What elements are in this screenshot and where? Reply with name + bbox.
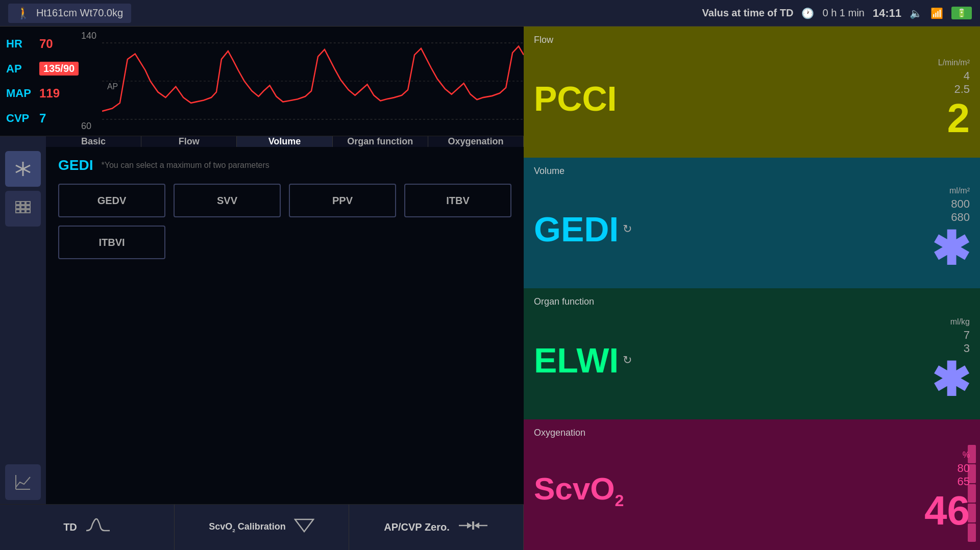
volume-name-row: GEDI ↻ — [534, 212, 632, 246]
map-item: MAP 119 — [6, 86, 73, 101]
patient-info-box: 🚶 Ht161cm Wt70.0kg — [8, 4, 131, 23]
bottom-bar: TD ScvO2 Calibration — [0, 504, 524, 550]
header: 🚶 Ht161cm Wt70.0kg Valus at time of TD 🕐… — [0, 0, 980, 27]
hr-label: HR — [6, 37, 34, 51]
scvo2-calibration-button[interactable]: ScvO2 Calibration — [175, 505, 349, 550]
sidebar-top-spacer — [0, 136, 46, 147]
waveform-y-60: 60 — [81, 121, 100, 132]
speaker-icon: 🔈 — [910, 7, 922, 19]
apcvp-zero-button[interactable]: AP/CVP Zero. — [349, 505, 524, 550]
flow-right: L/min/m² 4 2.5 2 — [938, 58, 970, 139]
scvo2-icon — [294, 517, 314, 537]
td-button[interactable]: TD — [0, 505, 175, 550]
param-btn-ppv[interactable]: PPV — [289, 184, 396, 217]
sidebar — [0, 147, 46, 504]
metric-card-flow: Flow PCCI L/min/m² 4 2.5 2 — [524, 27, 980, 158]
clock-icon: 🕐 — [801, 7, 814, 19]
vitals-row: HR 70 AP 135/90 MAP 119 CVP 7 140 — [0, 27, 524, 136]
td-icon — [85, 516, 111, 538]
asterisk-icon — [14, 160, 32, 178]
scvo2-label: ScvO2 Calibration — [209, 521, 286, 533]
gedi-hint: *You can select a maximum of two paramet… — [101, 161, 269, 170]
volume-refresh-icon: ↻ — [623, 222, 632, 236]
sidebar-icon-asterisk[interactable] — [5, 151, 41, 187]
oxygenation-name-row: ScvO2 — [534, 473, 624, 509]
tab-bar: Basic Flow Volume Organ function Oxygena… — [46, 136, 524, 147]
td-label: TD — [63, 521, 77, 533]
svg-rect-12 — [26, 206, 30, 209]
tab-oxygenation[interactable]: Oxygenation — [428, 136, 524, 147]
cvp-value: 7 — [39, 111, 46, 126]
volume-main-row: GEDI ↻ ml/m² 800 680 ✱ — [534, 179, 970, 281]
oxygenation-name: ScvO2 — [534, 473, 624, 509]
svg-marker-20 — [467, 522, 472, 529]
svg-rect-13 — [16, 210, 20, 213]
svg-rect-7 — [16, 202, 20, 205]
tabs-container: Basic Flow Volume Organ function Oxygena… — [0, 136, 524, 147]
svg-rect-15 — [26, 210, 30, 213]
td-waveform-icon — [85, 516, 111, 535]
svg-rect-9 — [26, 202, 30, 205]
bar-indicator — [968, 445, 976, 542]
apcvp-label: AP/CVP Zero. — [384, 521, 450, 533]
flow-unit: L/min/m² — [938, 58, 970, 67]
flow-value: 2 — [947, 98, 970, 139]
bar-seg-1 — [968, 445, 976, 464]
tab-flow[interactable]: Flow — [141, 136, 237, 147]
oxygenation-right: % 80 65 46 — [924, 451, 970, 531]
time-current: 14:11 — [873, 7, 901, 20]
sidebar-icon-chart[interactable] — [5, 464, 41, 500]
oxygenation-main-row: ScvO2 % 80 65 46 — [534, 440, 970, 542]
organ-name: ELWI — [534, 343, 619, 378]
svg-rect-14 — [21, 210, 25, 213]
main-container: HR 70 AP 135/90 MAP 119 CVP 7 140 — [0, 27, 980, 550]
volume-range-low: 680 — [951, 211, 970, 224]
gedi-header: GEDI *You can select a maximum of two pa… — [58, 157, 511, 173]
chart-icon — [14, 473, 32, 491]
bar-seg-4 — [968, 504, 976, 522]
patient-info: Ht161cm Wt70.0kg — [36, 7, 123, 19]
metric-card-organ: Organ function ELWI ↻ ml/kg 7 3 ✱ — [524, 288, 980, 419]
svg-rect-11 — [21, 206, 25, 209]
svg-rect-10 — [16, 206, 20, 209]
gedi-title: GEDI — [58, 157, 93, 173]
svg-marker-22 — [474, 522, 479, 529]
sidebar-icon-grid[interactable] — [5, 191, 41, 227]
param-btn-gedv[interactable]: GEDV — [58, 184, 165, 217]
volume-name: GEDI — [534, 212, 619, 246]
param-btn-svv[interactable]: SVV — [174, 184, 281, 217]
ap-item: AP 135/90 — [6, 62, 73, 76]
volume-label: Volume — [534, 166, 970, 177]
ap-value: 135/90 — [39, 62, 79, 76]
organ-unit: ml/kg — [950, 317, 970, 327]
volume-value: ✱ — [932, 226, 970, 272]
param-btn-itbvi[interactable]: ITBVI — [58, 226, 165, 259]
param-btn-itbv[interactable]: ITBV — [404, 184, 511, 217]
flow-range-high: 4 — [964, 69, 970, 83]
waveform-canvas: AP — [102, 27, 524, 136]
header-right: Valus at time of TD 🕐 0 h 1 min 14:11 🔈 … — [702, 7, 972, 20]
oxygenation-label: Oxygenation — [534, 428, 970, 438]
status-label: Valus at time of TD — [702, 7, 794, 19]
time-elapsed: 0 h 1 min — [822, 7, 864, 19]
bar-seg-3 — [968, 484, 976, 503]
tab-organ-function[interactable]: Organ function — [333, 136, 428, 147]
right-panel: Flow PCCI L/min/m² 4 2.5 2 Volume — [524, 27, 980, 550]
flow-label: Flow — [534, 35, 970, 45]
signal-icon: 📶 — [930, 7, 943, 19]
tab-volume[interactable]: Volume — [237, 136, 332, 147]
content-area: GEDI *You can select a maximum of two pa… — [0, 147, 524, 504]
apcvp-icon-svg — [458, 517, 488, 534]
svg-rect-21 — [472, 521, 474, 530]
svg-marker-18 — [295, 519, 313, 532]
flow-range-low: 2.5 — [954, 83, 970, 96]
param-buttons-row-1: GEDV SVV PPV ITBV — [58, 184, 511, 217]
cvp-label: CVP — [6, 112, 34, 125]
tab-basic[interactable]: Basic — [46, 136, 141, 147]
organ-main-row: ELWI ↻ ml/kg 7 3 ✱ — [534, 309, 970, 411]
flow-main-row: PCCI L/min/m² 4 2.5 2 — [534, 47, 970, 149]
svg-rect-8 — [21, 202, 25, 205]
grid-icon — [14, 199, 32, 218]
metric-card-volume: Volume GEDI ↻ ml/m² 800 680 ✱ — [524, 158, 980, 289]
organ-name-row: ELWI ↻ — [534, 343, 632, 378]
